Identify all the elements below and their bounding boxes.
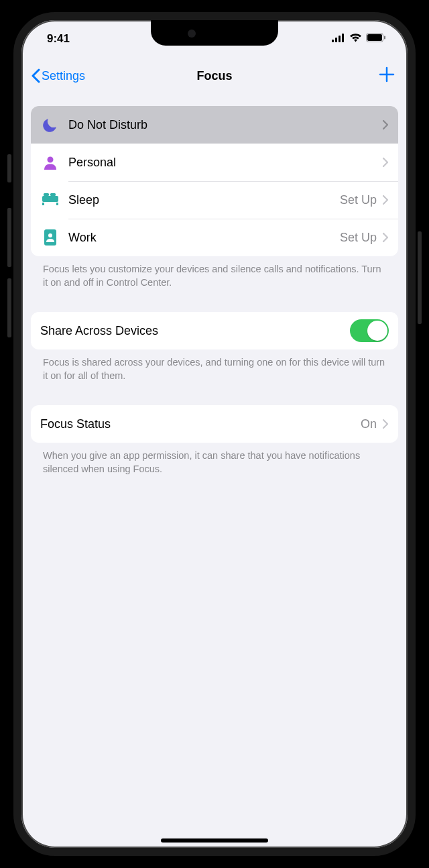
row-label: Personal <box>68 156 382 170</box>
chevron-right-icon <box>382 232 389 243</box>
badge-icon <box>40 227 60 248</box>
share-footer: Focus is shared across your devices, and… <box>31 349 398 382</box>
person-icon <box>40 152 60 172</box>
svg-rect-11 <box>44 193 49 196</box>
notch <box>151 20 278 46</box>
moon-icon <box>40 115 60 135</box>
row-label: Work <box>68 231 340 245</box>
cellular-icon <box>332 32 345 46</box>
share-group: Share Across Devices <box>31 312 398 349</box>
focus-row-personal[interactable]: Personal <box>31 144 398 181</box>
focus-row-sleep[interactable]: Sleep Set Up <box>31 181 398 219</box>
svg-rect-1 <box>335 38 337 42</box>
focus-row-do-not-disturb[interactable]: Do Not Disturb <box>31 106 398 144</box>
focus-status-group: Focus Status On <box>31 405 398 443</box>
row-label: Do Not Disturb <box>68 118 382 132</box>
share-toggle[interactable] <box>350 319 389 342</box>
focus-row-work[interactable]: Work Set Up <box>31 219 398 256</box>
home-indicator[interactable] <box>161 838 268 843</box>
device-frame: 9:41 Settings Focus <box>13 12 416 856</box>
status-time: 9:41 <box>47 32 70 46</box>
chevron-right-icon <box>382 119 389 130</box>
focus-modes-footer: Focus lets you customize your devices an… <box>31 256 398 289</box>
row-detail: Set Up <box>340 193 377 207</box>
bed-icon <box>40 190 60 210</box>
mute-switch[interactable] <box>7 154 11 182</box>
add-focus-button[interactable] <box>378 66 395 86</box>
row-detail: Set Up <box>340 231 377 245</box>
svg-point-7 <box>48 157 54 163</box>
svg-rect-8 <box>42 196 58 202</box>
svg-rect-10 <box>56 203 58 205</box>
svg-rect-2 <box>339 36 341 42</box>
focus-status-footer: When you give an app permission, it can … <box>31 443 398 476</box>
plus-icon <box>378 66 395 83</box>
row-label: Focus Status <box>40 417 361 431</box>
nav-bar: Settings Focus <box>21 58 408 94</box>
share-across-devices-row[interactable]: Share Across Devices <box>31 312 398 349</box>
wifi-icon <box>349 32 362 46</box>
svg-rect-0 <box>332 40 334 42</box>
svg-rect-5 <box>367 34 382 41</box>
focus-modes-group: Do Not Disturb Personal Sleep Set Up <box>31 106 398 256</box>
chevron-right-icon <box>382 195 389 205</box>
volume-up-button[interactable] <box>7 208 11 267</box>
back-button[interactable]: Settings <box>31 68 85 83</box>
chevron-right-icon <box>382 419 389 429</box>
row-label: Share Across Devices <box>40 324 350 338</box>
volume-down-button[interactable] <box>7 278 11 337</box>
svg-rect-12 <box>50 193 56 196</box>
power-button[interactable] <box>418 231 422 324</box>
svg-rect-6 <box>384 36 385 40</box>
chevron-right-icon <box>382 157 389 168</box>
svg-rect-3 <box>342 34 344 42</box>
row-label: Sleep <box>68 193 340 207</box>
svg-point-14 <box>48 233 52 237</box>
battery-icon <box>366 32 386 46</box>
svg-rect-9 <box>42 203 44 205</box>
focus-status-row[interactable]: Focus Status On <box>31 405 398 443</box>
chevron-left-icon <box>31 68 40 83</box>
back-label: Settings <box>42 69 85 83</box>
row-detail: On <box>361 417 377 431</box>
